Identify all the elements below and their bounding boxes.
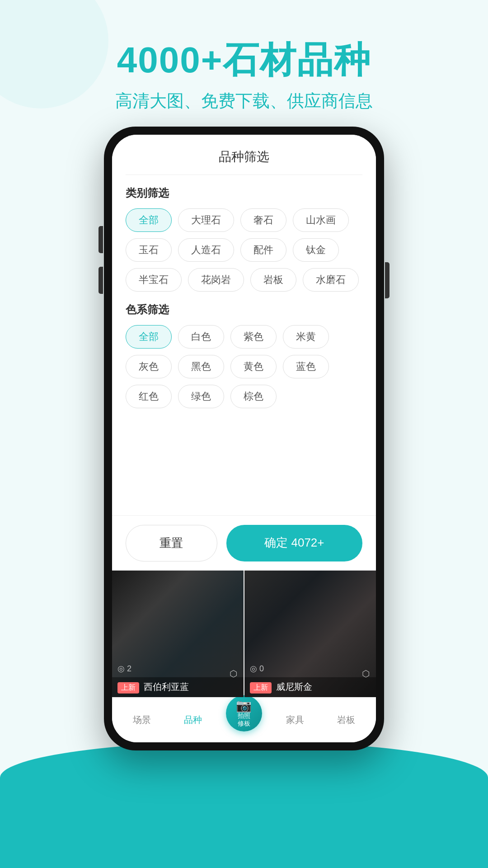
nav-item-furniture[interactable]: 家具: [269, 714, 320, 726]
product-views-2: ◎ 0: [250, 664, 264, 674]
category-tag-岩板[interactable]: 岩板: [250, 268, 296, 292]
product-views-1: ◎ 2: [117, 664, 131, 674]
product-name-2: 威尼斯金: [276, 682, 312, 692]
category-tag-山水画[interactable]: 山水画: [293, 208, 349, 232]
phone-screen: 品种筛选 类别筛选 全部大理石奢石山水画玉石人造石配件钛金半宝石花岗岩岩板水磨石…: [112, 135, 376, 742]
color-tags-container: 全部白色紫色米黄灰色黑色黄色蓝色红色绿色棕色: [126, 325, 362, 408]
nav-label-slab: 岩板: [337, 714, 355, 726]
main-title: 4000+石材品种: [0, 36, 488, 85]
camera-button[interactable]: 📷 拍照修板: [226, 695, 262, 731]
category-tag-水磨石[interactable]: 水磨石: [303, 268, 359, 292]
category-tag-玉石[interactable]: 玉石: [126, 238, 172, 262]
nav-label-furniture: 家具: [286, 714, 304, 726]
main-subtitle: 高清大图、免费下载、供应商信息: [0, 90, 488, 113]
product-overlay-1: 上新 西伯利亚蓝: [112, 677, 244, 697]
category-tags-container: 全部大理石奢石山水画玉石人造石配件钛金半宝石花岗岩岩板水磨石: [126, 208, 362, 292]
category-tag-奢石[interactable]: 奢石: [240, 208, 286, 232]
bottom-nav: 场景 品种 📷 拍照修板 家具 岩板: [112, 697, 376, 742]
phone-frame: 品种筛选 类别筛选 全部大理石奢石山水画玉石人造石配件钛金半宝石花岗岩岩板水磨石…: [104, 127, 384, 750]
color-tag-黄色[interactable]: 黄色: [230, 355, 277, 378]
nav-label-scene: 场景: [133, 714, 151, 726]
category-tag-钛金[interactable]: 钛金: [293, 238, 339, 262]
action-bar: 重置 确定 4072+: [112, 515, 376, 571]
category-tag-花岗岩[interactable]: 花岗岩: [188, 268, 244, 292]
nav-item-slab[interactable]: 岩板: [320, 714, 371, 726]
product-overlay-2: 上新 威尼斯金: [244, 677, 376, 697]
color-tag-绿色[interactable]: 绿色: [178, 385, 224, 408]
nav-item-scene[interactable]: 场景: [117, 714, 168, 726]
color-tag-棕色[interactable]: 棕色: [230, 385, 277, 408]
filter-panel-title: 品种筛选: [126, 148, 362, 175]
color-tag-黑色[interactable]: 黑色: [178, 355, 224, 378]
filter-panel: 品种筛选 类别筛选 全部大理石奢石山水画玉石人造石配件钛金半宝石花岗岩岩板水磨石…: [112, 135, 376, 515]
category-tag-配件[interactable]: 配件: [240, 238, 286, 262]
color-tag-蓝色[interactable]: 蓝色: [283, 355, 329, 378]
category-tag-半宝石[interactable]: 半宝石: [126, 268, 182, 292]
nav-item-variety[interactable]: 品种: [168, 714, 219, 726]
color-tag-灰色[interactable]: 灰色: [126, 355, 172, 378]
color-tag-白色[interactable]: 白色: [178, 325, 224, 349]
bg-decoration-bottom: [0, 741, 488, 868]
product-grid: ◎ 2 ⬡ 上新 西伯利亚蓝 ◎ 0 ⬡ 上新 威尼斯金: [112, 571, 376, 697]
nav-label-variety: 品种: [184, 714, 202, 726]
product-badge-2: 上新: [250, 682, 272, 693]
category-tag-人造石[interactable]: 人造石: [178, 238, 234, 262]
camera-label: 拍照修板: [238, 712, 250, 727]
category-tag-大理石[interactable]: 大理石: [178, 208, 234, 232]
color-tag-全部[interactable]: 全部: [126, 325, 172, 349]
color-tag-紫色[interactable]: 紫色: [230, 325, 277, 349]
product-badge-1: 上新: [117, 682, 139, 693]
color-tag-米黄[interactable]: 米黄: [283, 325, 329, 349]
category-tag-全部[interactable]: 全部: [126, 208, 172, 232]
category-filter-label: 类别筛选: [126, 186, 362, 200]
camera-icon: 📷: [236, 699, 252, 712]
header: 4000+石材品种 高清大图、免费下载、供应商信息: [0, 36, 488, 113]
product-card-2[interactable]: ◎ 0 ⬡ 上新 威尼斯金: [244, 571, 376, 697]
color-tag-红色[interactable]: 红色: [126, 385, 172, 408]
color-filter-label: 色系筛选: [126, 302, 362, 317]
product-card-1[interactable]: ◎ 2 ⬡ 上新 西伯利亚蓝: [112, 571, 244, 697]
reset-button[interactable]: 重置: [126, 525, 217, 561]
nav-item-camera[interactable]: 📷 拍照修板: [219, 709, 270, 731]
product-name-1: 西伯利亚蓝: [144, 682, 189, 692]
confirm-button[interactable]: 确定 4072+: [226, 525, 362, 561]
